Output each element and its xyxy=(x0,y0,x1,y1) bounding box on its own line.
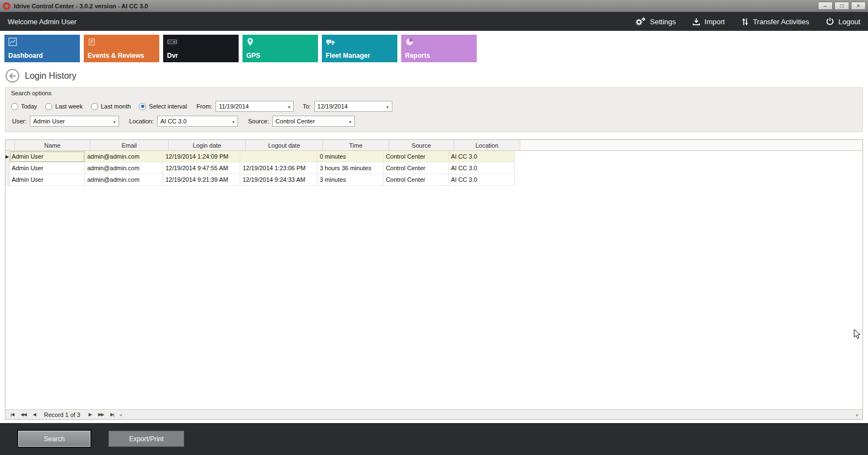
table-row[interactable]: Admin User admin@admin.com 12/19/2014 1:… xyxy=(6,151,862,162)
maximize-button[interactable]: □ xyxy=(834,2,849,10)
back-button[interactable] xyxy=(6,69,19,83)
tile-reports[interactable]: Reports xyxy=(401,35,477,62)
table-row[interactable]: Admin User admin@admin.com 12/19/2014 9:… xyxy=(6,174,862,186)
transfer-activities-label: Transfer Activities xyxy=(753,18,809,26)
chevron-down-icon[interactable] xyxy=(346,118,354,124)
cell-name[interactable]: Admin User xyxy=(9,151,85,162)
nav-next-button[interactable]: ▶ xyxy=(85,412,95,417)
cell-login-date[interactable]: 12/19/2014 1:24:09 PM xyxy=(163,151,240,162)
cell-source[interactable]: Control Center xyxy=(384,151,449,162)
cell-location[interactable]: AI CC 3.0 xyxy=(449,151,515,162)
search-button[interactable]: Search xyxy=(18,431,90,447)
tile-label: Dvr xyxy=(167,52,178,59)
chevron-down-icon[interactable] xyxy=(229,118,238,124)
tile-dashboard[interactable]: Dashboard xyxy=(4,35,80,62)
minimize-button[interactable]: – xyxy=(818,2,833,10)
row-filler xyxy=(515,174,862,186)
search-interval-row: Today Last week Last month Select interv… xyxy=(11,101,857,112)
import-label: Import xyxy=(704,18,725,26)
user-value: Admin User xyxy=(30,118,110,124)
cell-login-date[interactable]: 12/19/2014 9:21:39 AM xyxy=(163,174,240,186)
cell-location[interactable]: AI CC 3.0 xyxy=(449,162,515,174)
import-button[interactable]: Import xyxy=(692,18,725,26)
row-filler xyxy=(515,151,862,162)
radio-label: Last week xyxy=(55,103,83,110)
row-indicator-cell xyxy=(6,162,9,174)
cell-login-date[interactable]: 12/19/2014 9:47:55 AM xyxy=(163,162,240,174)
current-row-arrow-icon xyxy=(6,154,9,159)
gears-icon xyxy=(635,17,646,26)
cell-logout-date[interactable]: 12/19/2014 1:23:06 PM xyxy=(240,162,317,174)
settings-button[interactable]: Settings xyxy=(635,17,676,26)
user-combobox[interactable]: Admin User xyxy=(30,116,119,127)
cell-source[interactable]: Control Center xyxy=(384,162,449,174)
window-titlebar: Idrive Control Center - 3.0.2 version - … xyxy=(0,0,868,12)
nav-next-page-button[interactable]: ▶▶ xyxy=(95,412,107,417)
radio-last-week[interactable]: Last week xyxy=(45,103,83,110)
chevron-down-icon[interactable] xyxy=(110,118,118,124)
map-pin-icon xyxy=(246,37,254,46)
cell-time[interactable]: 3 minutes xyxy=(317,174,384,186)
cell-email[interactable]: admin@admin.com xyxy=(85,174,163,186)
footer-bar: Search Export/Print xyxy=(0,423,868,455)
tile-dvr[interactable]: Dvr xyxy=(163,35,239,62)
column-header-email[interactable]: Email xyxy=(90,140,169,150)
transfer-activities-button[interactable]: Transfer Activities xyxy=(741,18,809,26)
cell-source[interactable]: Control Center xyxy=(384,174,449,186)
source-combobox[interactable]: Control Center xyxy=(272,116,355,127)
settings-label: Settings xyxy=(650,18,676,26)
radio-today[interactable]: Today xyxy=(11,103,37,110)
column-header-location[interactable]: Location xyxy=(454,140,520,150)
column-header-source[interactable]: Source xyxy=(389,140,454,150)
nav-last-button[interactable]: ▶| xyxy=(107,412,117,417)
cell-logout-date[interactable] xyxy=(240,151,317,162)
scroll-left-arrow-icon[interactable]: ◂ xyxy=(117,412,124,418)
tile-events-reviews[interactable]: Events & Reviews xyxy=(84,35,159,62)
to-date-value: 12/19/2014 xyxy=(315,103,384,110)
column-header-name[interactable]: Name xyxy=(15,140,90,150)
scroll-right-arrow-icon[interactable]: ▸ xyxy=(854,412,861,418)
cell-logout-date[interactable]: 12/19/2014 9:24:33 AM xyxy=(240,174,317,186)
nav-prev-button[interactable]: ◀ xyxy=(30,412,39,417)
search-filters-row: User: Admin User Location: AI CC 3.0 Sou… xyxy=(11,116,857,127)
close-button[interactable]: × xyxy=(851,2,866,10)
cell-email[interactable]: admin@admin.com xyxy=(85,151,163,162)
radio-last-month[interactable]: Last month xyxy=(91,103,131,110)
export-print-button[interactable]: Export/Print xyxy=(109,431,184,447)
cell-time[interactable]: 3 hours 36 minutes xyxy=(317,162,384,174)
location-combobox[interactable]: AI CC 3.0 xyxy=(157,116,238,127)
tile-label: Dashboard xyxy=(8,52,43,59)
cell-location[interactable]: AI CC 3.0 xyxy=(449,174,515,186)
chevron-down-icon[interactable] xyxy=(285,103,293,110)
cell-name[interactable]: Admin User xyxy=(9,162,85,174)
column-header-login-date[interactable]: Login date xyxy=(169,140,246,150)
module-tiles: Dashboard Events & Reviews Dvr xyxy=(0,31,868,66)
cell-time[interactable]: 0 minutes xyxy=(317,151,384,162)
grid-empty-area xyxy=(6,186,862,409)
logout-button[interactable]: Logout xyxy=(826,17,860,26)
row-indicator-cell xyxy=(6,174,9,186)
pie-chart-icon xyxy=(405,37,414,46)
nav-prev-page-button[interactable]: ◀◀ xyxy=(17,412,29,417)
top-menu-bar: Welcome Admin User Settings xyxy=(0,12,868,31)
tile-gps[interactable]: GPS xyxy=(242,35,318,62)
location-value: AI CC 3.0 xyxy=(158,118,229,124)
cell-email[interactable]: admin@admin.com xyxy=(85,162,163,174)
table-row[interactable]: Admin User admin@admin.com 12/19/2014 9:… xyxy=(6,162,862,174)
line-chart-icon xyxy=(8,37,17,46)
chevron-down-icon[interactable] xyxy=(384,103,392,110)
window-title: Idrive Control Center - 3.0.2 version - … xyxy=(14,3,148,9)
back-arrow-icon xyxy=(9,73,17,79)
tile-label: Events & Reviews xyxy=(88,52,144,59)
column-header-logout-date[interactable]: Logout date xyxy=(246,140,323,150)
to-date-combobox[interactable]: 12/19/2014 xyxy=(314,101,392,112)
tile-label: GPS xyxy=(246,52,260,59)
column-header-time[interactable]: Time xyxy=(323,140,389,150)
window-controls: – □ × xyxy=(818,2,866,10)
from-date-combobox[interactable]: 11/19/2014 xyxy=(215,101,294,112)
radio-select-interval[interactable]: Select interval xyxy=(139,103,187,110)
radio-label: Select interval xyxy=(149,103,187,110)
nav-first-button[interactable]: |◀ xyxy=(7,412,17,417)
tile-fleet-manager[interactable]: Fleet Manager xyxy=(322,35,397,62)
cell-name[interactable]: Admin User xyxy=(9,174,85,186)
